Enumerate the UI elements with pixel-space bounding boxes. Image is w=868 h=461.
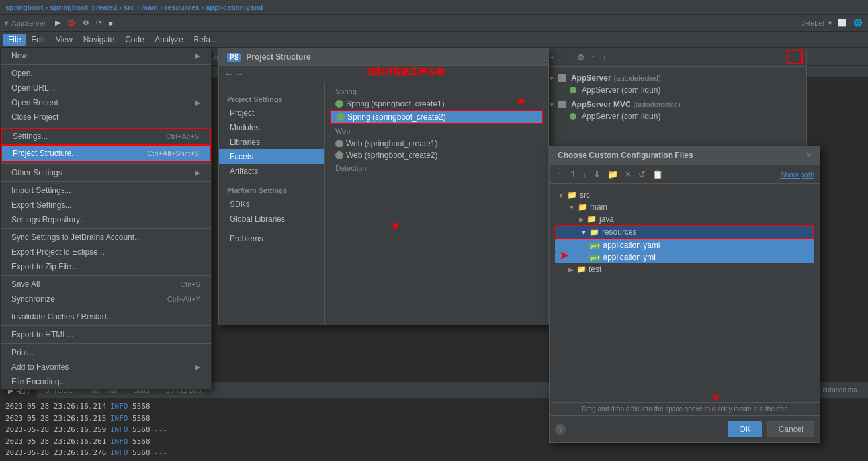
file-synchronize[interactable]: Synchronize Ctrl+Alt+Y	[1, 292, 211, 306]
ccd-footer: Drag and drop a file into the space abov…	[550, 402, 820, 415]
sidebar-libraries[interactable]: Libraries	[219, 135, 324, 149]
file-close-project[interactable]: Close Project	[1, 110, 211, 124]
appserver-item-2[interactable]: ▼ AppServer MVC (autodetected)	[548, 99, 801, 110]
nav-forward-btn[interactable]: →	[235, 69, 244, 79]
ccd-help-icon[interactable]: ?	[555, 421, 566, 437]
appserver-item-1[interactable]: ▼ AppServer (autodetected)	[548, 72, 801, 84]
dialog-body: Project Settings Project Modules Librari…	[219, 82, 548, 325]
ccd-ok-button[interactable]: OK	[728, 421, 761, 437]
file-settings-repo[interactable]: Settings Repository...	[1, 212, 211, 227]
ccd-up-btn[interactable]: ↑	[555, 168, 565, 181]
spring-item-1[interactable]: Spring (springboot_create1)	[330, 98, 543, 110]
appserver-leaf-icon-2	[570, 113, 576, 120]
appserver-subitem-1[interactable]: AppServer (com.liqun)	[548, 84, 801, 96]
file-add-favorites[interactable]: Add to Favorites ▶	[1, 360, 211, 374]
file-invalidate-caches[interactable]: Invalidate Caches / Restart...	[1, 310, 211, 324]
sidebar-modules[interactable]: Modules	[219, 120, 324, 135]
app-server-tree: ▼ AppServer (autodetected) AppServer (co…	[543, 67, 806, 128]
web-item-2[interactable]: Web (springboot_create2)	[330, 149, 543, 161]
file-print[interactable]: Print...	[1, 345, 211, 360]
web-list: Web (springboot_create1) Web (springboot…	[330, 138, 543, 161]
appserver-nav-btn-3[interactable]: ⚙	[574, 51, 587, 63]
ccd-tree-resources[interactable]: ▼ 📁 resources	[555, 225, 814, 239]
ccd-top-btn[interactable]: ⇑	[566, 168, 579, 181]
ccd-tree-test[interactable]: ▶ 📁 test	[555, 263, 814, 275]
toolbar-right-btn-2[interactable]: 🌐	[851, 17, 865, 28]
run-button[interactable]: ▶	[52, 17, 63, 28]
menu-code[interactable]: Code	[120, 34, 150, 46]
custom-config-dialog: Choose Custom Configuration Files × ↑ ⇑ …	[549, 146, 820, 443]
ccd-tree-main[interactable]: ▼ 📁 main	[555, 201, 814, 213]
appserver-nav-btn-2[interactable]: —	[559, 51, 573, 63]
ccd-folder-btn[interactable]: 📁	[605, 168, 621, 181]
file-save-all[interactable]: Save All Ctrl+S	[1, 277, 211, 292]
detection-label: Detection	[330, 161, 543, 175]
sidebar-facets[interactable]: Facets	[219, 149, 324, 164]
ccd-close-button[interactable]: ×	[806, 150, 812, 161]
file-settings[interactable]: Settings... Ctrl+Alt+S	[1, 128, 211, 145]
ccd-tree-application-yaml[interactable]: yml application.yaml	[555, 239, 814, 251]
ccd-bottom-btn[interactable]: ⇓	[591, 168, 603, 181]
file-new[interactable]: New ▶	[1, 48, 211, 63]
toolbar-right-btn-1[interactable]: ⬜	[835, 17, 849, 28]
ccd-delete-btn[interactable]: ✕	[622, 168, 634, 181]
debug-button[interactable]: 🐞	[64, 17, 79, 28]
stop-button[interactable]: ■	[106, 18, 116, 28]
file-project-structure[interactable]: Project Structure... Ctrl+Alt+Shift+S	[1, 145, 211, 162]
file-import-settings[interactable]: Import Settings...	[1, 183, 211, 198]
ccd-tree: ▼ 📁 src ▼ 📁 main ▶ 📁 java ▼ 📁 resources	[550, 184, 820, 402]
ccd-tree-src[interactable]: ▼ 📁 src	[555, 189, 814, 201]
ccd-toolbar: ↑ ⇑ ↓ ⇓ 📁 ✕ ↺ 📋 Show path	[550, 165, 820, 184]
ccd-copy-btn[interactable]: 📋	[650, 168, 666, 181]
dialog-sidebar: Project Settings Project Modules Librari…	[219, 82, 325, 325]
sidebar-project[interactable]: Project	[219, 106, 324, 120]
appserver-subitem-2[interactable]: AppServer (com.liqun)	[548, 110, 801, 122]
ccd-down-btn[interactable]: ↓	[580, 168, 590, 181]
menu-file[interactable]: File	[3, 34, 26, 46]
appserver-highlight-box	[787, 50, 803, 64]
file-menu-dropdown: New ▶ Open... Open URL... Open Recent ▶ …	[0, 48, 212, 390]
file-export-settings[interactable]: Export Settings...	[1, 198, 211, 212]
sidebar-global-libraries[interactable]: Global Libraries	[219, 212, 324, 226]
project-name: springboot › springboot_create2 › src › …	[5, 3, 263, 11]
yaml-icon-2: yml	[589, 255, 600, 261]
file-sync-jetbrains[interactable]: Sync Settings to JetBrains Account...	[1, 230, 211, 245]
appserver-nav-btn-4[interactable]: ↑	[589, 51, 599, 63]
jrebel-label: JRebel ▼	[802, 19, 834, 27]
menu-bar: File Edit View Navigate Code Analyze Ref…	[0, 32, 868, 48]
file-open-url[interactable]: Open URL...	[1, 81, 211, 95]
nav-back-btn[interactable]: ←	[224, 69, 234, 79]
resources-folder-icon: 📁	[589, 228, 599, 237]
file-open-recent[interactable]: Open Recent ▶	[1, 95, 211, 110]
menu-edit[interactable]: Edit	[26, 34, 50, 46]
ccd-buttons: ? OK Cancel	[550, 415, 820, 442]
menu-navigate[interactable]: Navigate	[78, 34, 120, 46]
web-item-1[interactable]: Web (springboot_create1)	[330, 138, 543, 149]
ccd-refresh-btn[interactable]: ↺	[636, 168, 648, 181]
ps-nav: ← →	[219, 66, 548, 82]
file-export-eclipse[interactable]: Export Project to Eclipse...	[1, 245, 211, 259]
appserver-icon-2	[558, 101, 566, 108]
main-toolbar: ▼ AppServer ▶ 🐞 ⚙ ⟳ ■ JRebel ▼ ⬜ 🌐	[0, 15, 868, 32]
spring-item-2[interactable]: Spring (springboot_create2)	[330, 110, 543, 124]
file-encoding[interactable]: File Encoding...	[1, 374, 211, 389]
ccd-tree-java[interactable]: ▶ 📁 java	[555, 213, 814, 225]
menu-analyze[interactable]: Analyze	[150, 34, 189, 46]
menu-refa[interactable]: Refa...	[189, 34, 222, 46]
file-other-settings[interactable]: Other Settings ▶	[1, 165, 211, 180]
toolbar-btn-2[interactable]: ⟳	[93, 17, 105, 28]
sidebar-artifacts[interactable]: Artifacts	[219, 164, 324, 179]
ccd-tree-application-yml[interactable]: yml application.yml	[555, 251, 814, 263]
menu-view[interactable]: View	[50, 34, 78, 46]
appserver-nav-btn-5[interactable]: ↓	[599, 51, 609, 63]
ccd-cancel-button[interactable]: Cancel	[767, 421, 814, 437]
ccd-show-path[interactable]: Show path	[780, 171, 814, 179]
file-export-html[interactable]: Export to HTML...	[1, 327, 211, 342]
toolbar-btn-1[interactable]: ⚙	[80, 17, 92, 28]
appserver-dropdown[interactable]: ▼ AppServer	[3, 19, 46, 27]
spring-icon-1	[335, 100, 343, 108]
file-export-zip[interactable]: Export to Zip File...	[1, 259, 211, 274]
file-open[interactable]: Open...	[1, 66, 211, 81]
sidebar-sdks[interactable]: SDKs	[219, 197, 324, 212]
sidebar-problems[interactable]: Problems	[219, 231, 324, 246]
